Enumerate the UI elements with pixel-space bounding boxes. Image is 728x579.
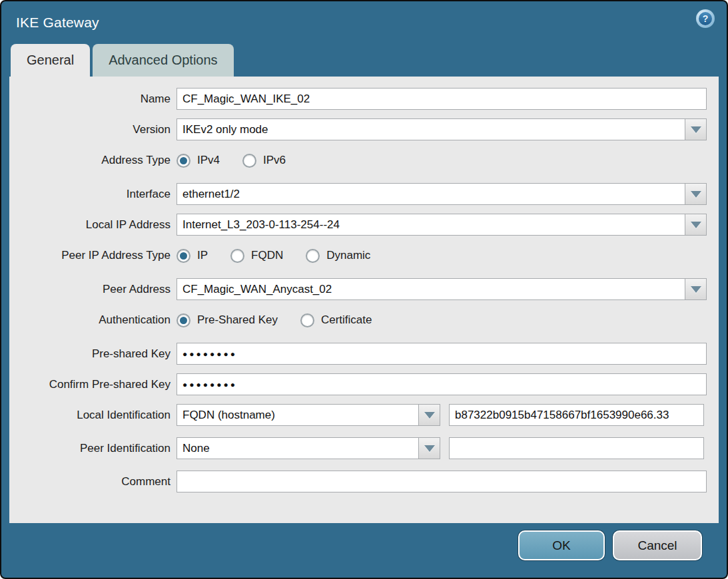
radio-certificate-icon [300, 313, 314, 327]
local-identification-type-combobox [177, 404, 440, 426]
name-row: Name [9, 88, 707, 110]
peer-ip-type-label: Peer IP Address Type [9, 249, 177, 262]
preshared-key-label: Pre-shared Key [9, 347, 177, 361]
radio-dynamic-label: Dynamic [326, 249, 370, 262]
preshared-key-row: Pre-shared Key [9, 343, 707, 365]
radio-ipv6-icon [242, 154, 256, 168]
radio-option-dynamic[interactable]: Dynamic [306, 249, 370, 263]
radio-certificate-label: Certificate [321, 313, 372, 327]
tab-general[interactable]: General [11, 44, 90, 77]
interface-label: Interface [9, 188, 177, 201]
radio-option-ip[interactable]: IP [177, 249, 208, 263]
radio-ipv4-icon [177, 154, 190, 168]
version-row: Version [9, 118, 707, 140]
radio-option-ipv4[interactable]: IPv4 [177, 154, 220, 168]
radio-ip-label: IP [197, 249, 208, 262]
chevron-down-icon [691, 126, 701, 133]
version-input[interactable] [177, 118, 685, 140]
chevron-down-icon [424, 445, 435, 452]
local-identification-dropdown-button[interactable] [418, 404, 440, 426]
tab-bar: General Advanced Options [9, 44, 719, 77]
name-label: Name [9, 93, 177, 106]
radio-dynamic-icon [306, 249, 320, 263]
address-type-row: Address Type IPv4 IPv6 [9, 149, 707, 172]
local-identification-label: Local Identification [9, 409, 177, 422]
comment-label: Comment [9, 475, 177, 488]
tab-advanced-options[interactable]: Advanced Options [93, 44, 233, 77]
authentication-label: Authentication [9, 313, 177, 327]
radio-fqdn-icon [230, 249, 244, 263]
chevron-down-icon [424, 412, 435, 419]
interface-row: Interface [9, 183, 707, 205]
ike-gateway-dialog: IKE Gateway ? General Advanced Options N… [0, 0, 728, 579]
dialog-title: IKE Gateway [16, 15, 99, 31]
general-tab-panel: Name Version Address Type IPv4 [9, 77, 719, 523]
peer-address-dropdown-button[interactable] [685, 278, 707, 300]
peer-address-combobox [177, 278, 707, 300]
radio-option-fqdn[interactable]: FQDN [230, 249, 283, 263]
radio-pre-shared-key-icon [177, 313, 190, 327]
local-ip-combobox [177, 214, 707, 236]
version-label: Version [9, 123, 177, 136]
address-type-label: Address Type [9, 154, 177, 167]
dialog-footer: OK Cancel [9, 523, 719, 578]
radio-option-certificate[interactable]: Certificate [300, 313, 372, 327]
chevron-down-icon [691, 222, 701, 228]
confirm-preshared-key-label: Confirm Pre-shared Key [9, 378, 177, 391]
local-ip-dropdown-button[interactable] [685, 214, 707, 236]
confirm-preshared-key-row: Confirm Pre-shared Key [9, 373, 707, 395]
peer-address-input[interactable] [177, 278, 685, 300]
radio-ip-icon [177, 249, 190, 263]
cancel-button[interactable]: Cancel [613, 530, 702, 560]
authentication-row: Authentication Pre-Shared Key Certificat… [9, 309, 707, 331]
confirm-preshared-key-input[interactable] [177, 373, 707, 395]
peer-identification-label: Peer Identification [9, 442, 177, 455]
interface-dropdown-button[interactable] [685, 183, 707, 205]
question-mark-glyph: ? [699, 12, 712, 25]
radio-ipv6-label: IPv6 [263, 154, 286, 167]
comment-input[interactable] [177, 471, 707, 492]
comment-row: Comment [9, 471, 707, 492]
radio-option-ipv6[interactable]: IPv6 [242, 154, 286, 168]
peer-identification-row: Peer Identification [9, 437, 707, 459]
version-combobox [177, 118, 707, 140]
local-identification-type-input[interactable] [177, 404, 419, 426]
radio-pre-shared-key-label: Pre-Shared Key [197, 313, 278, 327]
chevron-down-icon [691, 286, 701, 293]
peer-identification-type-input[interactable] [177, 437, 419, 459]
local-ip-label: Local IP Address [9, 218, 177, 232]
interface-combobox [177, 183, 707, 205]
peer-identification-dropdown-button[interactable] [418, 437, 440, 459]
local-ip-input[interactable] [177, 214, 685, 236]
peer-address-label: Peer Address [9, 283, 177, 296]
dialog-titlebar: IKE Gateway ? [9, 1, 719, 44]
name-input[interactable] [177, 88, 707, 110]
chevron-down-icon [691, 191, 701, 198]
local-ip-row: Local IP Address [9, 214, 707, 236]
version-dropdown-button[interactable] [685, 118, 707, 140]
peer-address-row: Peer Address [9, 278, 707, 300]
ok-button[interactable]: OK [518, 530, 605, 560]
peer-identification-value-input[interactable] [449, 437, 704, 459]
preshared-key-input[interactable] [177, 343, 707, 365]
local-identification-row: Local Identification [9, 404, 707, 426]
peer-ip-type-row: Peer IP Address Type IP FQDN Dynamic [9, 244, 707, 267]
local-identification-value-input[interactable] [449, 404, 704, 426]
radio-option-pre-shared-key[interactable]: Pre-Shared Key [177, 313, 278, 327]
help-icon[interactable]: ? [696, 9, 715, 28]
peer-identification-type-combobox [177, 437, 440, 459]
radio-fqdn-label: FQDN [251, 249, 283, 262]
radio-ipv4-label: IPv4 [197, 154, 220, 167]
interface-input[interactable] [177, 183, 685, 205]
